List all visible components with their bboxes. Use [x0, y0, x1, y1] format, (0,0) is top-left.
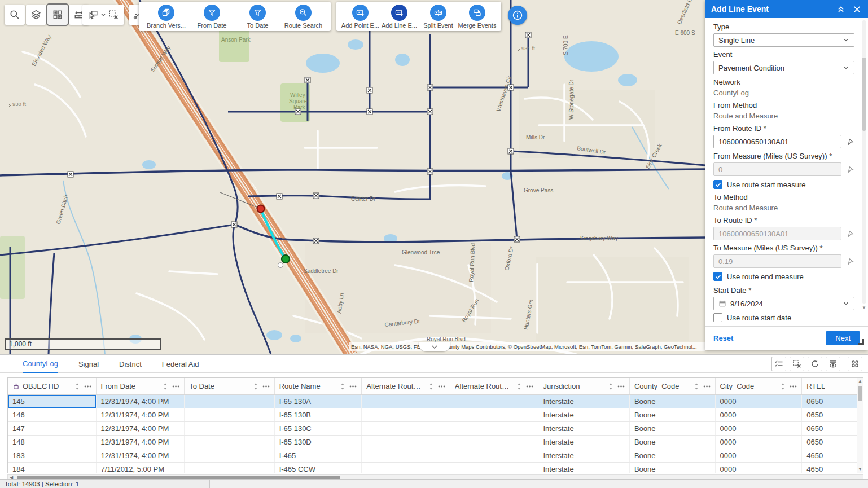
sort-icon[interactable]: [781, 383, 785, 390]
table-row[interactable]: 184 7/11/2012, 5:00 PM I-465 CCW Interst…: [8, 463, 863, 473]
cell-alt-route-2[interactable]: [450, 463, 539, 473]
cell-alt-route-2[interactable]: [450, 395, 539, 408]
column-header-alternate-route-2[interactable]: Alternate Route ...: [450, 378, 539, 394]
cell-county-code[interactable]: Boone: [630, 449, 716, 462]
cell-city-code[interactable]: 0000: [716, 449, 803, 462]
route-search-button[interactable]: Route Search: [280, 5, 326, 29]
table-row[interactable]: 183 12/31/1974, 4:00 PM I-465 Interstate…: [8, 449, 863, 463]
sort-icon[interactable]: [163, 383, 168, 390]
refresh-button[interactable]: [808, 357, 822, 371]
cell-route-name[interactable]: I-65 130D: [275, 436, 362, 449]
panel-resize-handle[interactable]: [858, 339, 864, 345]
cell-objectid[interactable]: 146: [8, 408, 97, 421]
cell-alt-route-1[interactable]: [362, 449, 450, 462]
cell-county-code[interactable]: Boone: [630, 422, 716, 435]
cell-to-date[interactable]: [185, 436, 275, 449]
cell-alt-route-2[interactable]: [450, 436, 539, 449]
clear-table-selection-button[interactable]: [790, 357, 804, 371]
basemap-grid-button[interactable]: [47, 5, 68, 25]
pick-on-map-icon[interactable]: [846, 230, 854, 238]
column-menu-icon[interactable]: [172, 385, 179, 388]
cell-city-code[interactable]: 0000: [716, 422, 803, 435]
type-select[interactable]: Single Line: [713, 33, 854, 47]
sort-icon[interactable]: [75, 383, 80, 390]
cell-objectid[interactable]: 184: [8, 463, 97, 473]
use-route-start-measure-checkbox[interactable]: Use route start measure: [713, 179, 854, 190]
tab-federal-aid[interactable]: Federal Aid: [162, 360, 199, 372]
cell-from-date[interactable]: 12/31/1974, 4:00 PM: [97, 408, 185, 421]
cell-from-date[interactable]: 12/31/1974, 4:00 PM: [97, 395, 185, 408]
cell-from-date[interactable]: 12/31/1974, 4:00 PM: [97, 422, 185, 435]
chevron-down-icon[interactable]: [100, 12, 106, 17]
cell-county-code[interactable]: Boone: [630, 436, 716, 449]
cell-alt-route-1[interactable]: [362, 408, 450, 421]
column-menu-icon[interactable]: [703, 385, 711, 388]
cell-rtel[interactable]: 0650: [802, 408, 863, 421]
scroll-down-arrow[interactable]: ▼: [862, 305, 866, 310]
from-date-button[interactable]: From Date: [189, 5, 235, 29]
reset-link[interactable]: Reset: [713, 334, 733, 342]
cell-to-date[interactable]: [185, 463, 275, 473]
cell-to-date[interactable]: [185, 449, 275, 462]
cell-county-code[interactable]: Boone: [630, 408, 716, 421]
cell-objectid[interactable]: 148: [8, 436, 97, 449]
cell-jurisdiction[interactable]: Interstate: [538, 422, 629, 435]
column-header-to-date[interactable]: To Date: [185, 378, 275, 394]
column-header-objectid[interactable]: OBJECTID: [8, 378, 97, 394]
next-button[interactable]: Next: [826, 331, 860, 345]
cell-alt-route-2[interactable]: [450, 422, 539, 435]
table-options-button[interactable]: [848, 357, 862, 371]
attribution-toggle-button[interactable]: [419, 342, 450, 351]
column-header-from-date[interactable]: From Date: [97, 378, 185, 394]
column-menu-icon[interactable]: [438, 385, 445, 388]
cell-from-date[interactable]: 7/11/2012, 5:00 PM: [97, 463, 185, 473]
cell-rtel[interactable]: 0650: [802, 395, 863, 408]
sort-icon[interactable]: [608, 383, 613, 390]
scrollbar-thumb[interactable]: [862, 58, 866, 131]
cell-route-name[interactable]: I-465 CCW: [275, 463, 362, 473]
sort-icon[interactable]: [253, 383, 258, 390]
column-menu-icon[interactable]: [617, 385, 625, 388]
use-route-end-measure-checkbox[interactable]: Use route end measure: [713, 271, 854, 282]
table-row[interactable]: 147 12/31/1974, 4:00 PM I-65 130C Inters…: [8, 422, 863, 436]
cell-route-name[interactable]: I-65 130A: [275, 395, 362, 408]
pick-on-map-icon[interactable]: [846, 138, 854, 146]
scroll-up-arrow[interactable]: ▲: [857, 378, 863, 385]
cell-alt-route-2[interactable]: [450, 408, 539, 421]
cell-to-date[interactable]: [185, 408, 275, 421]
start-date-picker[interactable]: 9/16/2024: [713, 297, 854, 310]
cell-from-date[interactable]: 12/31/1974, 4:00 PM: [97, 436, 185, 449]
cell-alt-route-1[interactable]: [362, 436, 450, 449]
cell-alt-route-1[interactable]: [362, 395, 450, 408]
cell-jurisdiction[interactable]: Interstate: [538, 395, 629, 408]
column-header-route-name[interactable]: Route Name: [275, 378, 362, 394]
pick-on-map-icon[interactable]: [846, 257, 854, 266]
to-measure-marker[interactable]: [282, 255, 290, 263]
cell-to-date[interactable]: [185, 395, 275, 408]
cell-route-name[interactable]: I-65 130B: [275, 408, 362, 421]
from-route-id-input[interactable]: [713, 135, 841, 148]
column-menu-icon[interactable]: [349, 385, 357, 388]
column-menu-icon[interactable]: [790, 385, 797, 388]
cell-county-code[interactable]: Boone: [630, 463, 716, 473]
cell-rtel[interactable]: 0650: [802, 436, 863, 449]
cell-objectid[interactable]: 183: [8, 449, 97, 462]
column-header-jurisdiction[interactable]: Jurisdiction: [538, 378, 629, 394]
cell-city-code[interactable]: 0000: [716, 463, 803, 473]
column-header-rtel[interactable]: RTEL: [802, 378, 863, 394]
identify-info-button[interactable]: [508, 6, 527, 25]
scrollbar-thumb[interactable]: [858, 386, 862, 401]
search-button[interactable]: [5, 5, 25, 25]
sort-icon[interactable]: [517, 383, 521, 390]
select-icon[interactable]: [88, 10, 98, 20]
branch-versions-button[interactable]: Branch Vers...: [143, 5, 189, 29]
add-line-event-button[interactable]: Add Line E...: [380, 5, 419, 29]
column-menu-icon[interactable]: [262, 385, 270, 388]
sort-icon[interactable]: [340, 383, 345, 390]
cell-from-date[interactable]: 12/31/1974, 4:00 PM: [97, 449, 185, 462]
collapse-panel-button[interactable]: [835, 3, 847, 15]
tab-signal[interactable]: Signal: [78, 360, 99, 372]
cell-jurisdiction[interactable]: Interstate: [538, 449, 629, 462]
table-vertical-scrollbar[interactable]: ▲ ▼: [857, 378, 863, 473]
column-header-alternate-route-1[interactable]: Alternate Route ...: [362, 378, 450, 394]
